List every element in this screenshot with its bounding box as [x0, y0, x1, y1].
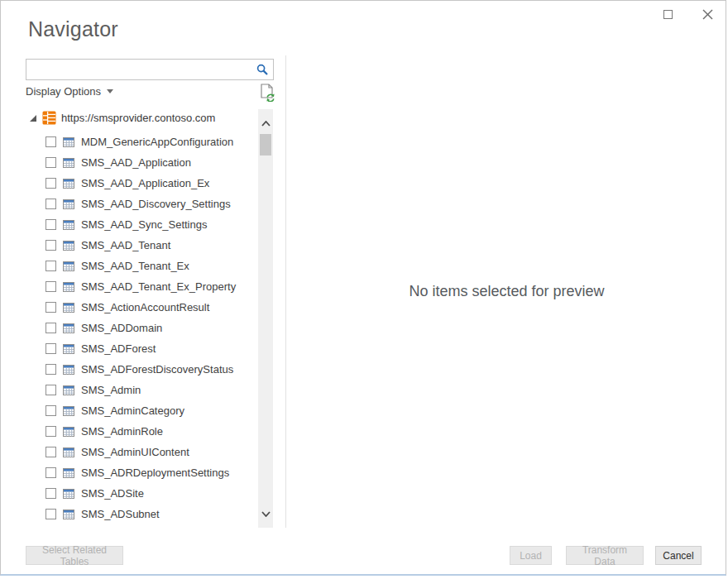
chevron-down-icon [107, 89, 113, 93]
table-icon [63, 468, 74, 478]
close-button[interactable] [701, 7, 714, 21]
tree-item-label: SMS_ADSite [81, 487, 144, 500]
tree-item[interactable]: SMS_AdminRole [46, 421, 236, 442]
tree-item-label: SMS_AAD_Tenant_Ex_Property [81, 280, 236, 293]
tree-item-label: MDM_GenericAppConfiguration [81, 136, 233, 148]
table-icon [63, 406, 74, 416]
collapse-triangle-icon [29, 114, 37, 122]
tree-item[interactable]: SMS_ADForestDiscoveryStatus [46, 359, 236, 380]
tree-item[interactable]: SMS_ActionAccountResult [46, 297, 236, 318]
table-icon [63, 158, 74, 168]
tree-item-label: SMS_ADForest [81, 342, 156, 355]
item-checkbox[interactable] [46, 157, 56, 168]
item-checkbox[interactable] [46, 219, 56, 230]
tree-item-label: SMS_AAD_Sync_Settings [81, 218, 207, 231]
maximize-button[interactable] [661, 7, 674, 21]
display-options-dropdown[interactable]: Display Options [26, 85, 113, 98]
table-icon [63, 137, 74, 147]
item-checkbox[interactable] [46, 364, 56, 375]
tree-item-label: SMS_AAD_Tenant [81, 239, 170, 251]
tree-item[interactable]: SMS_AAD_Sync_Settings [46, 214, 236, 235]
table-icon [63, 344, 74, 354]
close-icon [702, 9, 713, 20]
tree-item[interactable]: MDM_GenericAppConfiguration [46, 132, 236, 152]
tree-item-label: SMS_AdminUIContent [81, 446, 189, 458]
tree-item-label: SMS_AAD_Tenant_Ex [81, 260, 189, 272]
item-checkbox[interactable] [46, 323, 56, 333]
item-checkbox[interactable] [46, 343, 56, 354]
tree-item-label: SMS_ADDomain [81, 322, 162, 334]
item-checkbox[interactable] [46, 261, 56, 271]
item-checkbox[interactable] [46, 405, 56, 416]
search-input[interactable] [26, 60, 251, 79]
table-icon [63, 385, 74, 395]
item-checkbox[interactable] [46, 509, 56, 519]
tree-item[interactable]: SMS_ADRDeploymentSettings [46, 462, 236, 483]
window-controls [661, 7, 714, 21]
table-icon [63, 241, 74, 251]
chevron-up-icon [261, 121, 271, 127]
item-checkbox[interactable] [46, 302, 56, 313]
tree-item-label: SMS_Admin [81, 384, 141, 396]
table-icon [63, 489, 74, 499]
tree-item-label: SMS_ADRDeploymentSettings [81, 467, 229, 479]
scroll-up-button[interactable] [258, 116, 273, 131]
item-checkbox[interactable] [46, 178, 56, 189]
item-checkbox[interactable] [46, 426, 56, 437]
table-icon [63, 510, 74, 519]
tree-item[interactable]: SMS_AAD_Application_Ex [46, 173, 236, 194]
tree-item-label: SMS_AdminRole [81, 425, 163, 438]
transform-data-button[interactable]: Transform Data [566, 546, 644, 565]
navigator-tree: https://smsprovider.contoso.com MDM_Gene… [1, 107, 285, 528]
select-related-tables-button[interactable]: Select Related Tables [26, 546, 123, 565]
display-options-label: Display Options [26, 85, 101, 98]
table-icon [63, 323, 74, 333]
cancel-button[interactable]: Cancel [655, 546, 702, 565]
tree-item[interactable]: SMS_ADSubnet [46, 504, 236, 524]
item-checkbox[interactable] [46, 240, 56, 251]
tree-scrollbar[interactable] [258, 109, 273, 528]
tree-item[interactable]: SMS_AAD_Discovery_Settings [46, 194, 236, 214]
table-icon [63, 303, 74, 313]
item-checkbox[interactable] [46, 136, 56, 147]
page-title: Navigator [28, 17, 118, 41]
refresh-icon [260, 84, 275, 102]
table-icon [63, 447, 74, 457]
table-icon [63, 427, 74, 437]
load-button[interactable]: Load [510, 546, 552, 565]
navigator-dialog: Navigator Display Options [0, 0, 728, 579]
item-checkbox[interactable] [46, 467, 56, 478]
tree-item-list: MDM_GenericAppConfiguration SMS_AAD_Appl… [46, 132, 236, 524]
tree-item[interactable]: SMS_AdminCategory [46, 400, 236, 421]
table-icon [63, 199, 74, 209]
tree-item[interactable]: SMS_Admin [46, 380, 236, 400]
item-checkbox[interactable] [46, 281, 56, 292]
dialog-window: Navigator Display Options [0, 0, 726, 576]
item-checkbox[interactable] [46, 488, 56, 499]
table-icon [63, 220, 74, 230]
table-icon [63, 261, 74, 271]
tree-item[interactable]: SMS_AAD_Application [46, 152, 236, 173]
tree-item[interactable]: SMS_AAD_Tenant_Ex_Property [46, 276, 236, 297]
item-checkbox[interactable] [46, 447, 56, 457]
tree-item[interactable]: SMS_AAD_Tenant_Ex [46, 256, 236, 276]
tree-item[interactable]: SMS_ADForest [46, 338, 236, 359]
tree-root[interactable]: https://smsprovider.contoso.com [29, 111, 215, 125]
table-icon [63, 282, 74, 292]
scroll-down-button[interactable] [258, 506, 273, 521]
chevron-down-icon [261, 511, 271, 517]
refresh-button[interactable] [258, 83, 276, 103]
tree-item[interactable]: SMS_ADSite [46, 483, 236, 504]
item-checkbox[interactable] [46, 199, 56, 209]
scrollbar-thumb[interactable] [260, 134, 271, 156]
item-checkbox[interactable] [46, 385, 56, 395]
table-icon [63, 365, 74, 375]
tree-item[interactable]: SMS_ADDomain [46, 318, 236, 338]
search-button[interactable] [251, 60, 273, 79]
tree-item[interactable]: SMS_AdminUIContent [46, 442, 236, 462]
search-icon [256, 64, 268, 75]
tree-item-label: SMS_AAD_Application [81, 156, 191, 169]
tree-item-label: SMS_AAD_Application_Ex [81, 177, 209, 189]
tree-item[interactable]: SMS_AAD_Tenant [46, 235, 236, 256]
tree-item-label: SMS_AdminCategory [81, 404, 184, 417]
